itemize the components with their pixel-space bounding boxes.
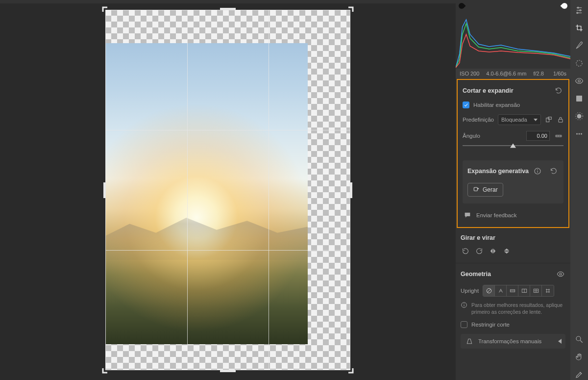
panel-sections: Cortar e expandir Habilitar expansão	[456, 78, 570, 355]
rotate-cw-button[interactable]	[474, 246, 484, 256]
svg-rect-10	[474, 187, 477, 191]
exif-iso: ISO 200	[460, 71, 479, 76]
zoom-tool[interactable]	[574, 334, 585, 345]
section-rotate-flip: Girar e virar	[456, 228, 570, 263]
mask-tool[interactable]	[574, 58, 585, 69]
upright-vertical-button[interactable]	[518, 285, 530, 296]
crop-expand-reset-button[interactable]	[554, 86, 564, 96]
flip-vertical-button[interactable]	[502, 246, 512, 256]
upright-full-button[interactable]	[530, 285, 542, 296]
svg-point-14	[467, 214, 468, 215]
restrict-crop-checkbox[interactable]	[461, 321, 467, 328]
svg-point-39	[576, 60, 582, 66]
feedback-label: Enviar feedback	[476, 212, 516, 218]
svg-point-32	[464, 304, 465, 304]
transform-icon	[465, 336, 474, 346]
tool-strip	[570, 0, 588, 380]
angle-input[interactable]	[526, 131, 550, 141]
crop-handle-left[interactable]	[103, 182, 106, 198]
generate-button-label: Gerar	[483, 186, 498, 193]
crop-handle-bottom-right[interactable]	[343, 362, 354, 374]
svg-rect-0	[546, 118, 549, 122]
upright-auto-button[interactable]	[495, 285, 507, 296]
svg-point-44	[576, 133, 578, 135]
restrict-crop-row[interactable]: Restringir corte	[461, 321, 565, 328]
crop-handle-top[interactable]	[220, 8, 236, 10]
panel-column: ISO 200 4.0-6.6@6.6 mm f/2.8 1/60s Corta…	[456, 0, 570, 380]
snapshot-tool[interactable]	[574, 111, 585, 122]
crop-handle-right[interactable]	[350, 182, 352, 198]
preset-select[interactable]: Bloqueada	[498, 114, 541, 125]
svg-point-16	[560, 273, 562, 275]
lock-icon[interactable]	[557, 115, 564, 125]
right-side: ISO 200 4.0-6.6@6.6 mm f/2.8 1/60s Corta…	[456, 0, 588, 380]
upright-off-button[interactable]	[483, 285, 495, 296]
gen-expand-reset-button[interactable]	[549, 166, 559, 176]
geometry-title: Geometria	[461, 271, 491, 278]
svg-point-15	[469, 214, 469, 215]
upright-label: Upright	[461, 288, 479, 294]
info-icon[interactable]	[533, 166, 542, 176]
manual-transform-label: Transformações manuais	[478, 338, 541, 344]
upright-guided-button[interactable]	[542, 285, 554, 296]
svg-line-48	[580, 340, 583, 343]
redeye-tool[interactable]	[574, 76, 585, 86]
exif-shutter: 1/60s	[553, 71, 566, 76]
crop-expand-highlight: Cortar e expandir Habilitar expansão	[457, 79, 569, 228]
crop-handle-bottom[interactable]	[220, 370, 236, 372]
rotate-flip-title: Girar e virar	[461, 234, 495, 241]
app-root: ISO 200 4.0-6.6@6.6 mm f/2.8 1/60s Corta…	[0, 0, 588, 380]
crop-handle-top-right[interactable]	[343, 6, 354, 18]
section-crop-expand: Cortar e expandir Habilitar expansão	[458, 80, 568, 227]
enable-expand-label: Habilitar expansão	[473, 102, 520, 108]
straighten-tool-button[interactable]	[554, 131, 564, 141]
rotate-ccw-button[interactable]	[461, 246, 470, 256]
more-tool[interactable]	[574, 128, 585, 139]
top-strip	[0, 0, 456, 3]
geometry-hint-text: Para obter melhores resultados, aplique …	[471, 302, 565, 315]
svg-point-40	[578, 80, 581, 82]
restrict-crop-label: Restringir corte	[471, 322, 510, 328]
section-generative-expand: Expansão generativa	[463, 160, 564, 203]
enable-expand-row[interactable]: Habilitar expansão	[463, 101, 564, 108]
svg-rect-41	[576, 96, 582, 101]
crop-handle-top-left[interactable]	[101, 6, 113, 18]
svg-point-9	[538, 170, 538, 170]
svg-line-18	[487, 289, 490, 293]
presets-tool[interactable]	[574, 93, 585, 104]
photo-preview	[105, 43, 308, 344]
crop-frame[interactable]	[105, 10, 350, 370]
geometry-visibility-button[interactable]	[556, 269, 565, 279]
generate-button[interactable]: Gerar	[467, 183, 503, 197]
hand-tool[interactable]	[574, 352, 585, 362]
angle-label: Ângulo	[463, 133, 522, 139]
svg-point-42	[577, 114, 582, 119]
svg-point-45	[579, 133, 580, 135]
exif-focal: 4.0-6.6@6.6 mm	[486, 71, 526, 76]
manual-transform-row[interactable]: Transformações manuais	[461, 334, 565, 349]
flip-horizontal-button[interactable]	[488, 246, 498, 256]
enable-expand-checkbox[interactable]	[463, 101, 469, 108]
upright-level-button[interactable]	[507, 285, 518, 296]
crop-expand-title: Cortar e expandir	[463, 87, 514, 94]
swap-orientation-button[interactable]	[545, 115, 553, 125]
edit-sliders-tool[interactable]	[574, 5, 585, 16]
exif-row: ISO 200 4.0-6.6@6.6 mm f/2.8 1/60s	[456, 69, 570, 78]
canvas-area[interactable]	[0, 0, 456, 380]
sampler-tool[interactable]	[574, 369, 585, 380]
healing-tool[interactable]	[574, 40, 585, 51]
exif-aperture: f/2.8	[533, 71, 543, 76]
crop-handle-bottom-left[interactable]	[101, 362, 113, 374]
svg-point-47	[576, 336, 581, 341]
feedback-row[interactable]: Enviar feedback	[463, 210, 564, 220]
angle-slider[interactable]	[463, 142, 564, 150]
info-icon	[461, 302, 467, 308]
svg-rect-2	[559, 119, 563, 122]
svg-point-46	[581, 133, 582, 135]
upright-segmented	[483, 285, 554, 297]
geometry-hint: Para obter melhores resultados, aplique …	[461, 302, 565, 315]
histogram[interactable]	[456, 0, 570, 69]
crop-tool[interactable]	[574, 23, 585, 33]
section-geometry: Geometria Upright	[456, 263, 570, 355]
disclosure-triangle-icon	[558, 339, 562, 344]
